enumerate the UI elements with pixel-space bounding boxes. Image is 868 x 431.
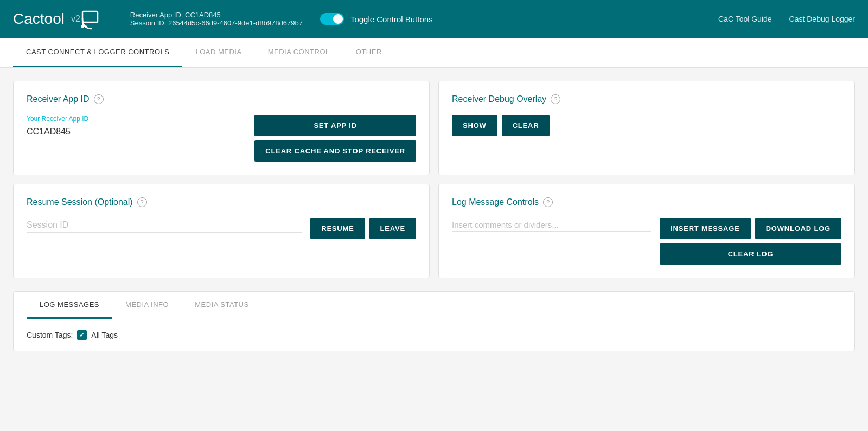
header-nav: CaC Tool Guide Cast Debug Logger [718,15,855,23]
leave-button[interactable]: LEAVE [369,218,416,239]
tab-media-status[interactable]: MEDIA STATUS [182,292,261,319]
session-id-input[interactable] [27,218,302,233]
clear-overlay-button[interactable]: CLEAR [502,115,550,136]
header-info: Receiver App ID: CC1AD845 Session ID: 26… [130,11,303,27]
set-app-id-button[interactable]: SET APP ID [254,115,416,136]
all-tags-label: All Tags [91,331,118,339]
cast-icon [80,7,104,31]
receiver-app-id-input-label: Your Receiver App ID [27,115,246,123]
receiver-debug-overlay-help-icon[interactable]: ? [551,94,560,104]
receiver-app-id-input-area: Your Receiver App ID [27,115,246,148]
svg-rect-0 [82,11,98,22]
toggle-control-buttons[interactable] [320,13,344,25]
receiver-debug-overlay-title: Receiver Debug Overlay ? [452,94,841,104]
receiver-app-id-buttons: SET APP ID CLEAR CACHE AND STOP RECEIVER [254,115,416,162]
log-message-controls-card: Log Message Controls ? INSERT MESSAGE DO… [438,184,855,278]
tab-media-info[interactable]: MEDIA INFO [112,292,182,319]
tab-log-messages[interactable]: LOG MESSAGES [27,292,112,319]
app-name: Cactool [13,10,65,28]
clear-cache-button[interactable]: CLEAR CACHE AND STOP RECEIVER [254,140,416,162]
debug-overlay-buttons: SHOW CLEAR [452,115,841,136]
receiver-app-id-body: Your Receiver App ID SET APP ID CLEAR CA… [27,115,416,162]
app-header: Cactool v2 Receiver App ID: CC1AD845 Ses… [0,0,868,38]
resume-session-title: Resume Session (Optional) ? [27,197,416,207]
toggle-area: Toggle Control Buttons [320,13,718,25]
clear-log-button[interactable]: CLEAR LOG [660,243,841,265]
app-version: v2 [71,14,80,24]
download-log-button[interactable]: DOWNLOAD LOG [755,218,841,239]
resume-session-body: RESUME LEAVE [27,218,416,239]
session-id-info: Session ID: 26544d5c-66d9-4607-9de1-d8b9… [130,19,303,27]
receiver-debug-overlay-card: Receiver Debug Overlay ? SHOW CLEAR [438,81,855,175]
show-overlay-button[interactable]: SHOW [452,115,497,136]
insert-message-button[interactable]: INSERT MESSAGE [660,218,751,239]
resume-session-help-icon[interactable]: ? [137,197,147,207]
logo-area: Cactool v2 [13,7,113,31]
custom-tags-label: Custom Tags: [27,331,73,339]
main-content: Receiver App ID ? Your Receiver App ID S… [0,68,868,364]
resume-session-card: Resume Session (Optional) ? RESUME LEAVE [13,184,430,278]
receiver-app-id-info: Receiver App ID: CC1AD845 [130,11,303,19]
tab-load-media[interactable]: LOAD MEDIA [182,38,254,67]
nav-guide-link[interactable]: CaC Tool Guide [718,15,772,23]
resume-session-input-area [27,218,302,233]
log-message-controls-help-icon[interactable]: ? [543,197,553,207]
receiver-app-id-title: Receiver App ID ? [27,94,416,104]
main-tabs: CAST CONNECT & LOGGER CONTROLS LOAD MEDI… [0,38,868,68]
resume-button[interactable]: RESUME [310,218,365,239]
receiver-app-id-card: Receiver App ID ? Your Receiver App ID S… [13,81,430,175]
receiver-app-id-help-icon[interactable]: ? [94,94,104,104]
bottom-content-area: Custom Tags: All Tags [14,319,854,351]
toggle-label: Toggle Control Buttons [350,15,433,24]
resume-session-buttons: RESUME LEAVE [310,218,416,239]
nav-logger-link[interactable]: Cast Debug Logger [789,15,855,23]
log-message-input[interactable] [452,218,651,232]
cards-grid: Receiver App ID ? Your Receiver App ID S… [13,81,855,278]
tab-cast-connect[interactable]: CAST CONNECT & LOGGER CONTROLS [13,38,182,67]
bottom-tabs: LOG MESSAGES MEDIA INFO MEDIA STATUS [14,292,854,319]
svg-point-1 [81,25,84,28]
tab-media-control[interactable]: MEDIA CONTROL [255,38,343,67]
custom-tags-row: Custom Tags: All Tags [27,330,841,340]
bottom-section: LOG MESSAGES MEDIA INFO MEDIA STATUS Cus… [13,291,855,351]
log-message-buttons: INSERT MESSAGE DOWNLOAD LOG CLEAR LOG [660,218,841,265]
log-message-controls-body: INSERT MESSAGE DOWNLOAD LOG CLEAR LOG [452,218,841,265]
log-message-controls-title: Log Message Controls ? [452,197,841,207]
toggle-knob [333,14,343,24]
tab-other[interactable]: OTHER [343,38,395,67]
receiver-app-id-input[interactable] [27,125,246,139]
all-tags-checkbox[interactable] [77,330,87,340]
